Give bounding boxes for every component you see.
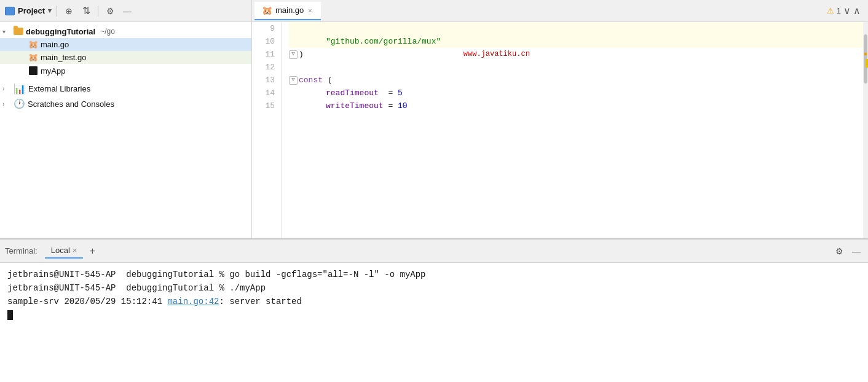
- code-line-10: "github.com/gorilla/mux": [289, 35, 863, 48]
- root-label: debuggingTutorial: [26, 27, 95, 36]
- warning-stripe: [866, 59, 868, 68]
- myapp-icon: [28, 66, 38, 76]
- terminal-toolbar: Terminal: Local × + ⚙ —: [0, 240, 868, 263]
- code-line-15: writeTimeout = 10: [289, 99, 863, 112]
- terminal-label: Terminal:: [5, 246, 42, 255]
- code-line-14: readTimeout = 5: [289, 87, 863, 99]
- tree-item-external-libs[interactable]: › 📊 External Libraries: [0, 81, 251, 96]
- editor-content: 9 10 11 12 13 14 15 "github.com/gorilla/…: [252, 22, 868, 238]
- sidebar: Project ▾ ⊕ ⇅ ⚙ — ▾ debuggingTutorial ~/…: [0, 0, 252, 238]
- myapp-label: myApp: [41, 66, 65, 76]
- code-line-9: [289, 22, 863, 35]
- terminal-minimize-btn[interactable]: —: [850, 244, 863, 258]
- scratches-label: Scratches and Consoles: [28, 99, 114, 109]
- warning-icon: ⚠: [827, 6, 834, 15]
- terminal-tab-local[interactable]: Local ×: [45, 243, 84, 259]
- code-line-13: ▽ const (: [289, 74, 863, 87]
- warning-count: 1: [837, 6, 841, 15]
- editor-tab-main-go[interactable]: 🐹 main.go ×: [254, 2, 321, 20]
- terminal-content[interactable]: jetbrains@UNIT-545-AP debuggingTutorial …: [0, 263, 868, 382]
- tab-go-icon: 🐹: [262, 6, 272, 15]
- term-line-1: jetbrains@UNIT-545-AP debuggingTutorial …: [7, 268, 861, 281]
- main-test-icon: 🐹: [28, 53, 38, 62]
- terminal-tab-close-btn[interactable]: ×: [73, 246, 77, 255]
- main-test-label: main_test.go: [41, 53, 86, 62]
- reformat-btn[interactable]: ⇅: [79, 4, 93, 18]
- ext-libs-chart-icon: 📊: [14, 83, 26, 95]
- ext-libs-chevron-icon: ›: [2, 85, 11, 92]
- tab-main-go-label: main.go: [275, 6, 304, 15]
- root-chevron-icon: ▾: [2, 28, 11, 35]
- fold-marker-13[interactable]: ▽: [289, 76, 298, 85]
- terminal-add-tab-btn[interactable]: +: [85, 244, 99, 258]
- ext-libs-label: External Libraries: [28, 84, 90, 93]
- terminal-toolbar-right: ⚙ —: [832, 244, 863, 258]
- editor-area: 🐹 main.go × ⚠ 1 ∨ ∧ 9 10 11 12 13 14 15: [252, 0, 868, 238]
- watermark-text: www.javatiku.cn: [464, 48, 530, 61]
- terminal-section: Terminal: Local × + ⚙ — jetbrains@UNIT-5…: [0, 240, 868, 382]
- code-line-12: [289, 61, 863, 74]
- term-line-2: jetbrains@UNIT-545-AP debuggingTutorial …: [7, 281, 861, 295]
- term-line-4: [7, 308, 861, 322]
- code-string-gorilla: "github.com/gorilla/mux": [326, 35, 441, 48]
- minimize-btn[interactable]: —: [120, 4, 134, 18]
- fold-marker-11[interactable]: ▽: [289, 50, 298, 59]
- tree-item-scratches[interactable]: › 🕐 Scratches and Consoles: [0, 96, 251, 111]
- folder-icon: [14, 26, 23, 36]
- toolbar-sep-2: [98, 6, 98, 17]
- sidebar-title-btn[interactable]: Project ▾: [5, 6, 52, 15]
- project-tree: ▾ debuggingTutorial ~/go 🐹 main.go 🐹 mai…: [0, 22, 251, 238]
- tree-item-main-test-go[interactable]: 🐹 main_test.go: [0, 51, 251, 64]
- tab-close-btn[interactable]: ×: [307, 7, 313, 14]
- code-lines[interactable]: "github.com/gorilla/mux" ▽ ) www.javatik…: [282, 22, 863, 238]
- warning-indicator: [864, 53, 867, 55]
- scratches-chevron-icon: ›: [2, 101, 11, 107]
- sidebar-toolbar: Project ▾ ⊕ ⇅ ⚙ —: [0, 0, 251, 22]
- main-go-icon: 🐹: [28, 40, 38, 49]
- add-content-btn[interactable]: ⊕: [62, 4, 76, 18]
- sidebar-title-label: Project: [18, 6, 45, 15]
- root-path: ~/go: [100, 27, 115, 36]
- line-numbers: 9 10 11 12 13 14 15: [252, 22, 282, 238]
- code-line-11: ▽ ) www.javatiku.cn: [289, 48, 863, 61]
- main-go-link[interactable]: main.go:42: [167, 297, 219, 306]
- main-go-label: main.go: [41, 40, 69, 49]
- terminal-cursor: [7, 310, 13, 320]
- scratches-icon: 🕐: [14, 98, 25, 109]
- sidebar-chevron-icon: ▾: [48, 7, 52, 15]
- nav-up-btn[interactable]: ∧: [853, 5, 861, 17]
- settings-btn[interactable]: ⚙: [103, 4, 117, 18]
- tree-item-main-go[interactable]: 🐹 main.go: [0, 38, 251, 51]
- nav-down-btn[interactable]: ∨: [843, 5, 851, 17]
- toolbar-sep-1: [57, 6, 57, 17]
- term-line-3: sample-srv 2020/05/29 15:12:41 main.go:4…: [7, 295, 861, 308]
- project-icon: [5, 7, 15, 15]
- editor-scrollbar[interactable]: [863, 22, 868, 238]
- tree-item-myapp[interactable]: myApp: [0, 64, 251, 77]
- terminal-settings-btn[interactable]: ⚙: [832, 244, 846, 258]
- tree-root-item[interactable]: ▾ debuggingTutorial ~/go: [0, 25, 251, 38]
- terminal-local-label: Local: [51, 246, 70, 255]
